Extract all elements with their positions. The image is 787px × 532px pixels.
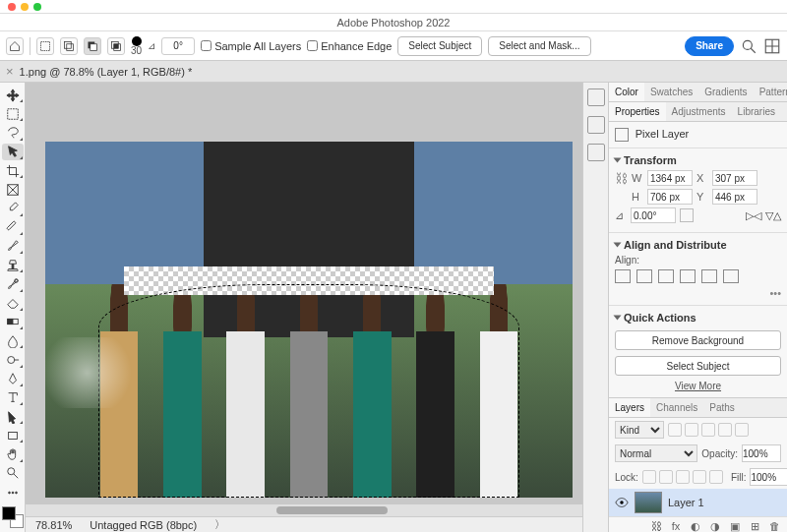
document-tab[interactable]: × 1.png @ 78.8% (Layer 1, RGB/8#) *: [6, 64, 192, 79]
x-input[interactable]: [712, 170, 757, 186]
tab-properties[interactable]: Properties: [609, 102, 666, 121]
minimize-window-dot[interactable]: [21, 3, 29, 11]
new-selection-icon[interactable]: [36, 37, 54, 55]
gradient-tool[interactable]: [2, 314, 24, 330]
height-input[interactable]: [647, 189, 693, 205]
workspace-icon[interactable]: [763, 37, 781, 55]
visibility-toggle-icon[interactable]: [615, 496, 629, 509]
y-input[interactable]: [712, 189, 757, 205]
tab-patterns[interactable]: Patterns: [754, 83, 787, 101]
link-wh-icon[interactable]: ⛓: [615, 171, 628, 186]
view-more-link[interactable]: View More: [615, 381, 781, 391]
sample-all-layers-check[interactable]: Sample All Layers: [201, 40, 301, 52]
new-layer-icon[interactable]: ⊞: [748, 520, 761, 532]
width-input[interactable]: [647, 170, 693, 186]
canvas-area[interactable]: 78.81% Untagged RGB (8bpc) 〉: [26, 83, 582, 532]
enhance-edge-check[interactable]: Enhance Edge: [307, 40, 392, 52]
tab-layers[interactable]: Layers: [609, 398, 650, 417]
angle-input[interactable]: [161, 37, 195, 55]
dodge-tool[interactable]: [2, 351, 24, 368]
link-layers-icon[interactable]: ⛓: [649, 520, 663, 532]
filter-type-icon[interactable]: [701, 423, 715, 437]
add-selection-icon[interactable]: [60, 37, 78, 55]
home-button[interactable]: [6, 37, 24, 55]
dock-history-icon[interactable]: [587, 89, 605, 106]
flip-vertical-icon[interactable]: ▽△: [765, 209, 781, 222]
layer-mask-icon[interactable]: ◐: [689, 520, 702, 532]
share-button[interactable]: Share: [685, 36, 734, 56]
zoom-window-dot[interactable]: [33, 3, 41, 11]
tab-close-icon[interactable]: ×: [6, 64, 14, 79]
tab-color[interactable]: Color: [609, 83, 644, 101]
rotation-dropdown[interactable]: [680, 208, 694, 222]
select-subject-button[interactable]: Select Subject: [397, 36, 482, 56]
new-adjustment-icon[interactable]: ◑: [708, 520, 722, 532]
pen-tool[interactable]: [2, 371, 24, 387]
color-swatches[interactable]: [2, 506, 24, 528]
flip-horizontal-icon[interactable]: ▷◁: [746, 209, 761, 222]
type-tool[interactable]: [2, 389, 24, 406]
lock-position-icon[interactable]: [676, 470, 690, 484]
delete-layer-icon[interactable]: 🗑: [767, 520, 781, 532]
spot-heal-tool[interactable]: [2, 219, 24, 236]
brush-preview[interactable]: 30: [131, 36, 142, 56]
layer-name[interactable]: Layer 1: [668, 497, 704, 508]
tab-paths[interactable]: Paths: [703, 398, 741, 417]
crop-tool[interactable]: [2, 162, 24, 179]
align-vcenter-icon[interactable]: [701, 269, 717, 283]
layer-row[interactable]: Layer 1: [609, 489, 787, 516]
filter-shape-icon[interactable]: [718, 423, 732, 437]
tab-adjustments[interactable]: Adjustments: [666, 102, 732, 121]
filter-adjust-icon[interactable]: [685, 423, 698, 437]
rotation-input[interactable]: [631, 207, 676, 223]
lasso-tool[interactable]: [2, 124, 24, 141]
blend-mode-select[interactable]: Normal: [615, 444, 697, 462]
edit-toolbar[interactable]: [2, 484, 24, 501]
blur-tool[interactable]: [2, 332, 24, 349]
tab-swatches[interactable]: Swatches: [644, 83, 698, 101]
tab-libraries[interactable]: Libraries: [732, 102, 781, 121]
marquee-tool[interactable]: [2, 105, 24, 122]
align-top-icon[interactable]: [680, 269, 696, 283]
move-tool[interactable]: [2, 87, 24, 103]
lock-transparency-icon[interactable]: [642, 470, 656, 484]
align-right-icon[interactable]: [658, 269, 674, 283]
path-select-tool[interactable]: [2, 408, 24, 425]
filter-pixel-icon[interactable]: [668, 423, 682, 437]
align-bottom-icon[interactable]: [723, 269, 739, 283]
fill-input[interactable]: [750, 468, 787, 486]
clone-stamp-tool[interactable]: [2, 257, 24, 273]
lock-all-icon[interactable]: [709, 470, 723, 484]
align-hcenter-icon[interactable]: [636, 269, 652, 283]
close-window-dot[interactable]: [8, 3, 16, 11]
history-brush-tool[interactable]: [2, 275, 24, 292]
zoom-readout[interactable]: 78.81%: [35, 519, 72, 531]
intersect-selection-icon[interactable]: [107, 37, 125, 55]
eraser-tool[interactable]: [2, 295, 24, 312]
qa-select-subject-button[interactable]: Select Subject: [615, 356, 781, 376]
search-icon[interactable]: [740, 37, 757, 55]
lock-pixels-icon[interactable]: [659, 470, 673, 484]
remove-background-button[interactable]: Remove Background: [615, 330, 781, 350]
layer-thumbnail[interactable]: [635, 492, 662, 513]
align-more-icon[interactable]: •••: [615, 287, 781, 299]
align-left-icon[interactable]: [615, 269, 631, 283]
new-group-icon[interactable]: ▣: [728, 520, 742, 532]
profile-readout[interactable]: Untagged RGB (8bpc): [90, 519, 197, 531]
layer-fx-icon[interactable]: fx: [669, 520, 683, 532]
zoom-tool[interactable]: [2, 465, 24, 482]
opacity-input[interactable]: [742, 444, 781, 462]
tab-channels[interactable]: Channels: [650, 398, 703, 417]
eyedropper-tool[interactable]: [2, 200, 24, 216]
horizontal-scrollbar[interactable]: [26, 504, 582, 516]
hand-tool[interactable]: [2, 445, 24, 462]
dock-libraries-icon[interactable]: [587, 144, 605, 161]
layer-filter-select[interactable]: Kind: [615, 421, 664, 439]
select-and-mask-button[interactable]: Select and Mask...: [488, 36, 590, 56]
tab-gradients[interactable]: Gradients: [698, 83, 753, 101]
status-chevron-icon[interactable]: 〉: [214, 517, 225, 532]
rectangle-tool[interactable]: [2, 427, 24, 443]
brush-tool[interactable]: [2, 238, 24, 255]
filter-smart-icon[interactable]: [735, 423, 749, 437]
subtract-selection-icon[interactable]: [84, 37, 101, 55]
